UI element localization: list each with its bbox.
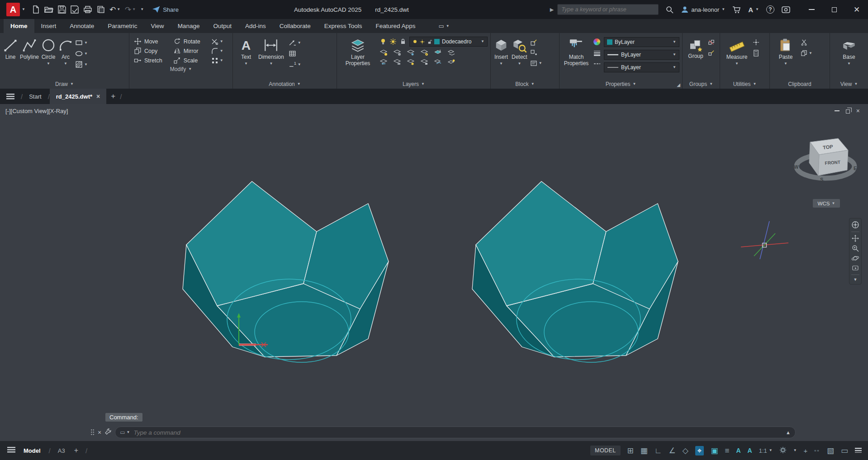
showmotion-button[interactable]: [852, 265, 859, 272]
group-edit-button[interactable]: [708, 50, 715, 57]
navigation-wheel-button[interactable]: [851, 221, 859, 229]
file-tab-document[interactable]: rd_2425.dwt* ×: [50, 89, 106, 104]
viewcube[interactable]: W E S TOP FRONT WCS ▼: [790, 137, 861, 213]
file-tab-menu-button[interactable]: [0, 89, 21, 104]
save-button[interactable]: [58, 5, 66, 14]
scale-button[interactable]: Scale: [173, 57, 205, 64]
tab-home[interactable]: Home: [4, 19, 34, 33]
lock-fade-button[interactable]: [420, 58, 428, 66]
ribbon-display-toggle[interactable]: ▭▼: [438, 19, 449, 33]
insert-button[interactable]: Insert ▼: [493, 35, 509, 79]
annotation-extra-button[interactable]: 1▼: [289, 61, 301, 68]
object-snap-toggle[interactable]: ▣: [711, 447, 718, 455]
command-drag-grip[interactable]: [90, 429, 95, 436]
tab-insert[interactable]: Insert: [34, 19, 63, 33]
quick-calculator-button[interactable]: [753, 50, 759, 57]
stretch-button[interactable]: Stretch: [134, 57, 167, 64]
command-history-toggle[interactable]: ▲: [786, 430, 791, 435]
linetype-dropdown[interactable]: ByLayer ▼: [604, 62, 679, 72]
measure-button[interactable]: Measure ▼: [723, 35, 751, 79]
drawing-canvas[interactable]: [-][Custom View][X-Ray] × W E S TOP FRON…: [0, 104, 868, 441]
plot-button[interactable]: [83, 5, 92, 14]
lineweight-dropdown[interactable]: ByLayer ▼: [604, 50, 679, 60]
tab-output[interactable]: Output: [206, 19, 238, 33]
command-customize-icon[interactable]: [104, 428, 112, 437]
new-file-button[interactable]: [32, 5, 40, 14]
layer-state-button[interactable]: [393, 58, 401, 66]
copy-button[interactable]: Copy: [134, 47, 167, 55]
clean-screen-button[interactable]: ▭: [841, 447, 848, 455]
circle-button[interactable]: Circle ▼: [41, 35, 56, 79]
search-icon[interactable]: [666, 6, 674, 14]
pan-button[interactable]: [852, 235, 859, 242]
layers-panel-label[interactable]: Layers▼: [337, 79, 490, 89]
open-file-button[interactable]: [44, 5, 53, 14]
rectangle-flyout-button[interactable]: ▼: [75, 39, 88, 47]
file-tab-start[interactable]: Start: [23, 89, 47, 104]
lineweight-icon[interactable]: [593, 50, 601, 56]
app-logo[interactable]: A: [6, 3, 20, 16]
grid-toggle[interactable]: ⊞: [627, 447, 634, 455]
customization-menu-button[interactable]: [855, 447, 862, 454]
text-button[interactable]: A Text ▼: [238, 35, 254, 79]
layer-isolate-button[interactable]: [379, 49, 388, 56]
compass-east-label[interactable]: E: [854, 166, 857, 171]
detect-button[interactable]: Detect ▼: [512, 35, 527, 79]
move-button[interactable]: Move: [134, 38, 167, 45]
annotation-scale-dropdown[interactable]: 1:1▼: [759, 447, 773, 454]
tab-view[interactable]: View: [144, 19, 171, 33]
arc-button[interactable]: Arc ▼: [58, 35, 73, 79]
share-button[interactable]: Share: [152, 6, 179, 13]
copy-to-layer-button[interactable]: [434, 58, 442, 66]
model-tab[interactable]: Model: [21, 447, 43, 454]
qat-customize-caret[interactable]: ▼: [140, 8, 144, 11]
layer-unisolate-button[interactable]: [393, 49, 401, 56]
line-button[interactable]: Line: [3, 35, 18, 79]
object-color-icon[interactable]: [593, 38, 601, 45]
isometric-drafting-toggle[interactable]: ◇: [683, 447, 688, 455]
ungroup-button[interactable]: [708, 39, 715, 46]
tab-express-tools[interactable]: Express Tools: [318, 19, 369, 33]
array-flyout-button[interactable]: ▼: [211, 57, 228, 64]
layer-lock-button[interactable]: [399, 38, 407, 45]
properties-dialog-launcher[interactable]: ◢: [677, 82, 680, 87]
layer-select-dropdown[interactable]: Dodecaedro ▼: [409, 37, 488, 47]
new-layout-button[interactable]: +: [72, 446, 80, 455]
layout-tab-a3[interactable]: A3: [56, 447, 67, 454]
match-layer-button[interactable]: [447, 49, 455, 56]
command-close-icon[interactable]: ×: [98, 429, 101, 436]
wcs-dropdown[interactable]: WCS ▼: [813, 199, 840, 208]
layer-previous-button[interactable]: [379, 58, 388, 66]
copy-clip-button[interactable]: ▼: [801, 50, 812, 57]
layer-walk-button[interactable]: [407, 58, 415, 66]
isolate-objects-button[interactable]: ▫▫: [814, 448, 820, 453]
groups-panel-label[interactable]: Groups▼: [683, 79, 720, 89]
id-point-button[interactable]: [753, 39, 759, 46]
navbar-more-caret[interactable]: ▼: [854, 278, 858, 282]
polyline-button[interactable]: Polyline: [20, 35, 39, 79]
command-input-field[interactable]: ▭▼ ▲: [115, 427, 796, 438]
group-button[interactable]: Group: [685, 35, 706, 79]
layer-off-button[interactable]: [379, 38, 387, 45]
recent-commands-button[interactable]: ▭▼: [120, 429, 130, 436]
layer-properties-button[interactable]: Layer Properties: [340, 35, 376, 79]
annotation-autoscale-toggle[interactable]: A: [748, 447, 752, 454]
paste-button[interactable]: Paste ▼: [773, 35, 799, 79]
trim-flyout-button[interactable]: ▼: [211, 38, 228, 45]
block-panel-label[interactable]: Block▼: [491, 79, 559, 89]
viewport-controls-label[interactable]: [-][Custom View][X-Ray]: [5, 108, 68, 114]
annotation-panel-label[interactable]: Annotation▼: [233, 79, 337, 89]
dodecahedron-solid-2[interactable]: [472, 181, 678, 362]
tab-add-ins[interactable]: Add-ins: [238, 19, 273, 33]
base-button[interactable]: Base ▼: [836, 35, 862, 79]
ortho-toggle[interactable]: ∟: [655, 447, 662, 455]
help-icon[interactable]: ?: [766, 5, 774, 14]
command-input[interactable]: [133, 429, 782, 436]
make-current-button[interactable]: [434, 49, 442, 56]
block-create-button[interactable]: [530, 49, 542, 57]
orbit-button[interactable]: [851, 255, 859, 262]
rotate-button[interactable]: Rotate: [173, 38, 205, 45]
search-expand-arrow[interactable]: ▶: [550, 7, 554, 13]
modify-panel-label[interactable]: Modify▼: [129, 64, 232, 74]
model-scene[interactable]: [0, 104, 868, 441]
